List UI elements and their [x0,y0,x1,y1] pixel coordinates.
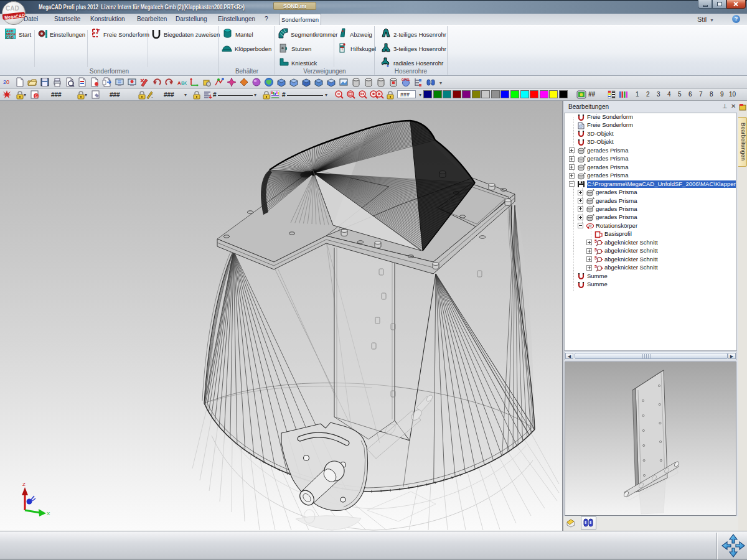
svg-text:BC: BC [181,80,187,86]
svg-text:X: X [47,511,50,516]
svg-text:CAD: CAD [6,35,14,39]
svg-text::: : [151,93,153,99]
svg-text:5: 5 [594,248,597,252]
svg-text:CAD: CAD [6,5,19,12]
svg-text:OPGL: OPGL [402,78,410,82]
svg-text:F: F [98,29,100,32]
svg-text:Z: Z [22,482,26,487]
svg-text:5: 5 [594,239,597,243]
svg-text:S: S [35,94,38,98]
svg-text:5: 5 [594,256,597,260]
svg-text:20: 20 [3,79,9,85]
svg-text:5: 5 [594,264,597,269]
